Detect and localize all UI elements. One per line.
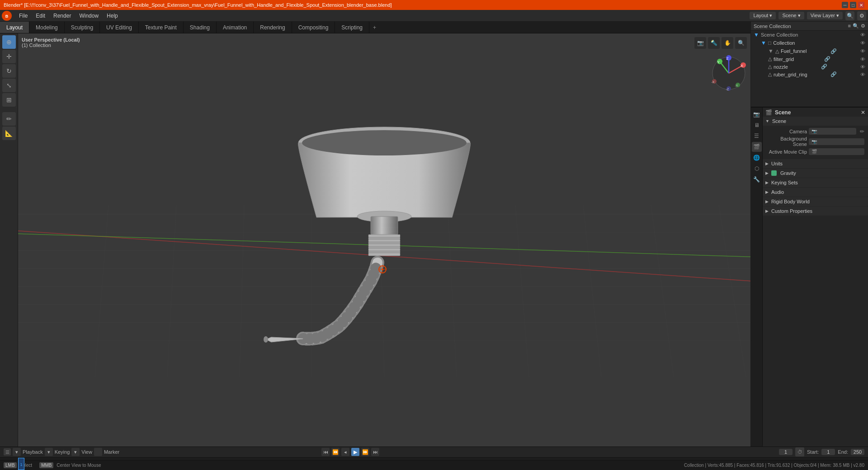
rotate-tool[interactable]: ↻ — [2, 64, 16, 78]
outliner-item-nozzle[interactable]: △ nozzle 🔗 👁 — [751, 63, 868, 70]
filter-grid-vis[interactable]: 👁 — [860, 56, 865, 62]
camera-value[interactable]: 📷 — [809, 128, 856, 135]
search-viewport-btn[interactable]: 🔍 — [735, 37, 747, 49]
search-button[interactable]: 🔍 — [845, 11, 854, 20]
tab-animation[interactable]: Animation — [217, 22, 254, 33]
maximize-button[interactable]: □ — [850, 2, 856, 8]
fuel-funnel-vis[interactable]: 👁 — [860, 48, 865, 54]
tab-texture-paint[interactable]: Texture Paint — [139, 22, 184, 33]
active-workspace-dropdown[interactable]: Layout ▾ — [750, 12, 776, 19]
section-keying-sets[interactable]: ▶ Keying Sets — [763, 178, 868, 187]
start-frame-input[interactable]: 1 — [821, 449, 835, 455]
outliner-item-collection[interactable]: ▼ □ Collection 👁 — [751, 39, 868, 47]
svg-text:-Y: -Y — [735, 84, 738, 87]
object-props-icon[interactable]: ⬡ — [752, 164, 762, 174]
outliner-settings-btn[interactable]: ⚙ — [861, 23, 865, 29]
outliner-item-scenecollection[interactable]: ▼ Scene Collection 👁 — [751, 31, 868, 39]
end-label: End: — [838, 449, 848, 455]
tab-compositing[interactable]: Compositing — [292, 22, 335, 33]
scale-tool[interactable]: ⤡ — [2, 79, 16, 92]
step-forward-btn[interactable]: ⏩ — [361, 448, 369, 456]
camera-view-btn[interactable]: 📷 — [694, 37, 706, 49]
measure-tool[interactable]: 📐 — [2, 127, 16, 140]
view-btn[interactable]: ▾ — [71, 448, 80, 456]
play-back-btn[interactable]: ◂ — [341, 448, 349, 456]
view-layer-dropdown[interactable]: View Layer ▾ — [807, 12, 843, 19]
menu-edit[interactable]: Edit — [32, 12, 49, 20]
camera-icon: 📷 — [811, 129, 817, 134]
section-gravity-triangle: ▶ — [765, 171, 769, 175]
menu-help[interactable]: Help — [103, 12, 122, 20]
view-label: View — [81, 449, 92, 455]
play-btn[interactable]: ▶ — [351, 448, 359, 456]
outliner-item-filter-grid[interactable]: △ filter_grid 🔗 👁 — [751, 55, 868, 63]
tab-add[interactable]: + — [369, 22, 380, 33]
tab-layout[interactable]: Layout — [0, 22, 29, 33]
cursor-tool[interactable]: ⊕ — [2, 35, 16, 49]
playback-btn[interactable]: ▾ — [13, 448, 21, 456]
svg-rect-32 — [368, 246, 400, 249]
view-layer-icon[interactable]: ☰ — [752, 131, 762, 141]
section-units[interactable]: ▶ Units — [763, 159, 868, 168]
svg-point-36 — [264, 336, 268, 343]
fly-navigate-btn[interactable]: ✋ — [722, 37, 733, 49]
camera-edit-btn[interactable]: ✏ — [860, 128, 864, 135]
output-props-icon[interactable]: 🖥 — [752, 120, 762, 130]
render-props-icon[interactable]: 📷 — [752, 109, 762, 119]
fps-btn[interactable]: ⏱ — [795, 447, 804, 456]
minimize-button[interactable]: ─ — [842, 2, 848, 8]
timeline-menu-btn[interactable]: ☰ — [4, 448, 11, 456]
section-rigid-body-world[interactable]: ▶ Rigid Body World — [763, 197, 868, 206]
jump-end-btn[interactable]: ⏭ — [371, 448, 379, 456]
end-frame-input[interactable]: 250 — [851, 449, 864, 455]
section-audio[interactable]: ▶ Audio — [763, 188, 868, 197]
current-frame-input[interactable]: 1 — [779, 449, 793, 455]
close-button[interactable]: ✕ — [858, 2, 864, 8]
viewport-3d[interactable]: User Perspective (Local) (1) Collection … — [18, 33, 750, 446]
tab-scripting[interactable]: Scripting — [335, 22, 369, 33]
scene-dropdown[interactable]: Scene ▾ — [778, 12, 804, 19]
section-custom-properties[interactable]: ▶ Custom Properties — [763, 207, 868, 216]
navigation-gizmo[interactable]: X Y Z -X -Y -Z — [711, 55, 747, 91]
outliner-filter-btn[interactable]: ≡ — [848, 23, 851, 29]
marker-label: Marker — [104, 449, 119, 455]
section-scene[interactable]: ▼ Scene — [763, 117, 868, 126]
render-preview-btn[interactable]: 🔦 — [708, 37, 720, 49]
section-gravity[interactable]: ▶ Gravity — [763, 169, 868, 178]
outliner-search-btn[interactable]: 🔍 — [853, 23, 859, 29]
scene-props-icon[interactable]: 🎬 — [752, 142, 762, 152]
svg-text:Z: Z — [726, 56, 729, 61]
gravity-checkbox[interactable] — [771, 170, 777, 176]
window-controls: ─ □ ✕ — [842, 2, 864, 8]
menu-window[interactable]: Window — [75, 12, 102, 20]
bg-scene-value[interactable]: 📷 — [809, 138, 864, 145]
movie-clip-value[interactable]: 🎬 — [809, 148, 864, 155]
jump-start-btn[interactable]: ⏮ — [321, 448, 330, 456]
scene-collection-vis[interactable]: 👁 — [860, 32, 865, 38]
move-tool[interactable]: ✛ — [2, 50, 16, 63]
collection-vis[interactable]: 👁 — [860, 40, 865, 46]
modifier-icon[interactable]: 🔧 — [752, 174, 762, 184]
keying-btn[interactable]: ▾ — [45, 448, 53, 456]
annotate-tool[interactable]: ✏ — [2, 112, 16, 126]
transform-tool[interactable]: ⊞ — [2, 93, 16, 107]
marker-btn[interactable] — [94, 448, 102, 456]
tab-uv-editing[interactable]: UV Editing — [100, 22, 139, 33]
settings-button[interactable]: ⚙ — [857, 11, 866, 20]
menu-render[interactable]: Render — [50, 12, 75, 20]
menu-file[interactable]: File — [15, 12, 31, 20]
ruber-grid-ring-vis[interactable]: 👁 — [860, 72, 865, 77]
tab-shading[interactable]: Shading — [184, 22, 217, 33]
section-units-label: Units — [771, 161, 783, 166]
outliner-item-fuel-funnel[interactable]: ▼ △ Fuel_funnel 🔗 👁 — [751, 47, 868, 55]
tab-modeling[interactable]: Modeling — [29, 22, 65, 33]
ruber-constraint-icon: 🔗 — [830, 71, 837, 77]
world-props-icon[interactable]: 🌐 — [752, 153, 762, 163]
tab-rendering[interactable]: Rendering — [254, 22, 292, 33]
outliner-item-ruber-grid-ring[interactable]: △ ruber_grid_ring 🔗 👁 — [751, 70, 868, 78]
tab-sculpting[interactable]: Sculpting — [65, 22, 100, 33]
nozzle-vis[interactable]: 👁 — [860, 64, 865, 70]
scene-expand-btn[interactable]: ✕ — [861, 109, 865, 116]
step-back-btn[interactable]: ⏪ — [331, 448, 340, 456]
status-bar: LMB Select MMB Center View to Mouse Coll… — [0, 460, 868, 470]
